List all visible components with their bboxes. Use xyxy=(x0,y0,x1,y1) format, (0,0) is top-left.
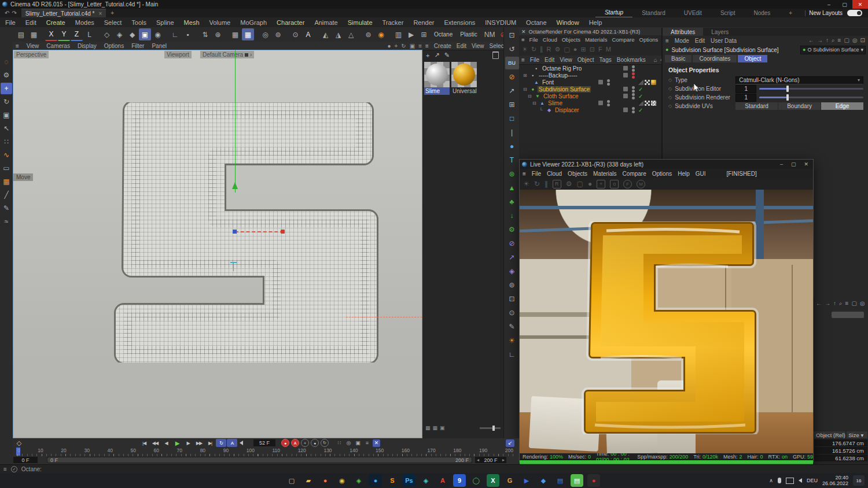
preview-size-slider[interactable] xyxy=(480,427,501,429)
octane-menu-item[interactable]: Options xyxy=(639,36,659,43)
material-name[interactable]: Universal xyxy=(451,87,477,95)
lv-menu-item[interactable]: Help xyxy=(678,171,690,177)
layout-tab[interactable]: Startup xyxy=(595,9,632,18)
new-layouts-label[interactable]: New Layouts xyxy=(809,10,843,16)
pan-view-icon[interactable]: + xyxy=(394,43,398,49)
lv-maximize-button[interactable]: ▢ xyxy=(791,161,796,167)
layer-toggle[interactable] xyxy=(623,66,628,71)
object-name[interactable]: Subdivision Surface xyxy=(538,86,591,93)
subdivision-icon[interactable]: ⊛ xyxy=(505,168,519,180)
display-icon[interactable] xyxy=(786,478,794,484)
tag-icons[interactable] xyxy=(638,101,661,106)
sep[interactable] xyxy=(358,28,362,40)
model-mode-icon[interactable]: ◇ xyxy=(101,28,113,40)
menu-item[interactable]: Animate xyxy=(314,19,337,26)
close-panel-icon[interactable]: ✕ xyxy=(521,29,526,35)
restart-render-icon[interactable]: ↻ xyxy=(534,180,540,188)
menu-item[interactable]: Help xyxy=(589,19,602,26)
render-film-icon[interactable]: ▥ xyxy=(392,28,404,40)
octane-menu-item[interactable]: Materials xyxy=(585,36,608,43)
perspective-viewport[interactable]: Perspective Viewport Default Camera› Mov… xyxy=(13,50,422,438)
knife-icon[interactable]: ╱ xyxy=(1,189,12,201)
add-material-icon[interactable]: + xyxy=(426,52,429,59)
undo-icon[interactable]: ↶ xyxy=(5,10,12,16)
layout-tab[interactable]: + xyxy=(779,9,801,17)
cluster-icon[interactable]: ♣ xyxy=(505,195,519,208)
om-menu-item[interactable]: Tags xyxy=(599,57,612,63)
expand-icon[interactable]: ⊟ xyxy=(532,101,538,106)
text-object-icon[interactable]: A xyxy=(302,28,314,40)
windows-start-button[interactable] xyxy=(269,474,281,487)
add-tab-button[interactable]: + xyxy=(106,10,119,16)
menu-item[interactable]: Simulate xyxy=(348,19,373,26)
lock-z-icon[interactable]: Z xyxy=(71,28,83,41)
light-lock-icon[interactable]: ⊙ xyxy=(505,306,519,319)
pick-material-icon[interactable]: ✎ xyxy=(444,51,450,59)
menu-item[interactable]: MoGraph xyxy=(240,19,267,26)
forward-icon[interactable]: → xyxy=(825,300,830,307)
material-burger-icon[interactable]: ≡ xyxy=(425,43,429,49)
bake-button[interactable]: BU xyxy=(505,57,519,69)
expand-icon[interactable]: └ xyxy=(539,108,545,113)
render-region-icon[interactable]: ⊡ xyxy=(505,29,519,42)
new-layouts-toggle[interactable] xyxy=(847,10,862,16)
x-axis-handle[interactable] xyxy=(281,230,285,234)
section-tab[interactable]: Object xyxy=(738,55,767,62)
coordinate-value-field[interactable]: 61.6238 cm xyxy=(814,454,867,461)
maximize-button[interactable]: ▢ xyxy=(837,0,852,9)
notification-badge[interactable]: 16 xyxy=(853,475,865,486)
render-play-icon[interactable]: ▶ xyxy=(405,28,417,40)
focus-picker-icon[interactable]: F xyxy=(623,180,632,188)
excel[interactable]: X xyxy=(487,474,499,487)
layer-toggle[interactable] xyxy=(598,80,603,84)
grid-array-icon[interactable]: ⊞ xyxy=(505,98,519,111)
lv-close-button[interactable]: ✕ xyxy=(804,161,808,167)
octane-menu-item[interactable]: Compare xyxy=(612,36,634,43)
disc-tool-icon[interactable]: ⊚ xyxy=(272,28,284,40)
panel-menu-icon[interactable]: ≡ xyxy=(418,43,422,49)
menu-item[interactable]: Mesh xyxy=(184,19,200,26)
tweak-icon[interactable]: ⚙ xyxy=(1,69,12,81)
enable-dots[interactable] xyxy=(631,86,635,93)
frame-field[interactable]: 0 F xyxy=(13,457,38,463)
menu-item[interactable]: Octane xyxy=(526,19,546,26)
record-param-button[interactable]: ◎ xyxy=(345,439,352,447)
document-tab[interactable]: Slimy_Letter_Tutorial.c4d * × xyxy=(21,9,106,17)
material-item[interactable]: Universal xyxy=(451,62,477,95)
edge-mode-icon[interactable]: ▣ xyxy=(139,28,151,40)
object-name[interactable]: Font xyxy=(541,79,555,86)
circle-tool-icon[interactable]: ◎ xyxy=(259,28,271,40)
blue-3d-app[interactable]: ◆ xyxy=(537,474,550,487)
material-preview[interactable] xyxy=(424,62,450,87)
subdivision-renderer-field[interactable]: 1 xyxy=(735,94,756,102)
layout-tab[interactable]: UVEdit xyxy=(675,9,711,17)
sep[interactable] xyxy=(285,28,289,40)
export-icon[interactable]: ↗ xyxy=(505,84,519,97)
live-selection-icon[interactable]: ◌ xyxy=(1,56,12,68)
back-icon[interactable]: ← xyxy=(808,37,814,44)
chrome[interactable]: ◉ xyxy=(336,474,348,487)
minimize-button[interactable]: – xyxy=(821,0,837,9)
shade-ball-icon[interactable]: ● xyxy=(387,43,391,49)
sep[interactable] xyxy=(388,28,392,40)
lock-icon[interactable]: ▢ xyxy=(851,300,856,307)
pause-render-icon[interactable]: ∥ xyxy=(545,180,548,188)
forward-icon[interactable]: → xyxy=(817,37,823,44)
close-button[interactable]: ✕ xyxy=(852,0,868,9)
object-row[interactable]: ⊟ ▲ Slime xyxy=(519,99,661,106)
menu-item[interactable]: Edit xyxy=(25,19,36,26)
up-icon[interactable]: ↑ xyxy=(826,37,829,44)
restart-render-icon[interactable]: ↻ xyxy=(531,46,536,53)
sep[interactable] xyxy=(41,28,45,40)
octane-live-viewer-window[interactable]: Live Viewer 2022.1-XB1-(R3) (338 days le… xyxy=(519,159,814,463)
object-name[interactable]: Slime xyxy=(547,100,564,106)
freehand-spline-icon[interactable]: ≈ xyxy=(1,216,12,227)
keyframe-presets-button[interactable]: ≡ xyxy=(363,439,371,447)
record-point-level-button[interactable]: ∷ xyxy=(336,439,343,447)
mat-view1-icon[interactable]: ▦ xyxy=(425,425,431,431)
small-box-icon[interactable]: ⊡ xyxy=(590,46,595,53)
lv-menu-item[interactable]: GUI xyxy=(696,171,706,177)
autofit-button[interactable]: A xyxy=(227,439,237,447)
speaker-icon[interactable] xyxy=(799,478,802,483)
cursor-move-icon[interactable]: ↖ xyxy=(1,123,12,134)
